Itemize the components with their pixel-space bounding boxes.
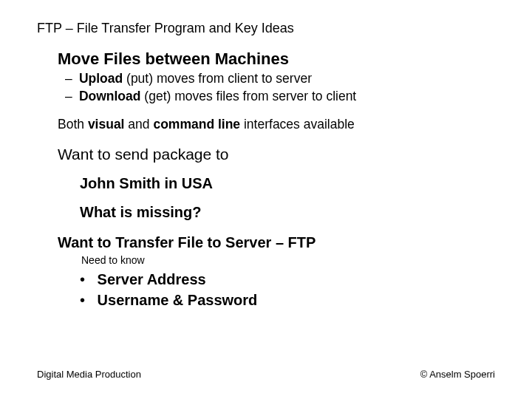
bullet-username-password-text: Username & Password	[98, 292, 258, 308]
bullet-icon: •	[80, 290, 93, 310]
sub-download: – Download (get) moves files from server…	[65, 88, 495, 106]
footer-right: © Anselm Spoerri	[420, 369, 495, 380]
both-p2: and	[125, 117, 154, 132]
slide-title: FTP – File Transfer Program and Key Idea…	[37, 21, 495, 36]
bullet-server-address: • Server Address	[80, 269, 495, 290]
footer: Digital Media Production © Anselm Spoerr…	[37, 369, 495, 380]
heading-move-files: Move Files between Machines	[58, 50, 495, 69]
what-missing-line: What is missing?	[80, 204, 495, 221]
footer-left: Digital Media Production	[37, 369, 141, 380]
both-p3: interfaces available	[240, 117, 355, 132]
bullet-username-password: • Username & Password	[80, 290, 495, 310]
sub-download-bold: Download	[79, 89, 141, 103]
need-to-know: Need to know	[81, 254, 495, 266]
bullet-server-address-text: Server Address	[98, 271, 206, 287]
want-transfer-line: Want to Transfer File to Server – FTP	[58, 234, 495, 251]
sub-upload-rest: (put) moves from client to server	[123, 71, 312, 86]
both-interfaces-line: Both visual and command line interfaces …	[58, 117, 495, 132]
john-smith-line: John Smith in USA	[80, 175, 495, 192]
sub-upload-bold: Upload	[79, 71, 123, 86]
sub-download-rest: (get) moves files from server to client	[140, 89, 356, 103]
both-visual: visual	[88, 117, 125, 132]
dash-icon: –	[65, 88, 75, 106]
bullet-icon: •	[80, 269, 93, 290]
sub-upload: – Upload (put) moves from client to serv…	[65, 70, 495, 88]
want-send-package: Want to send package to	[58, 146, 495, 163]
slide: FTP – File Transfer Program and Key Idea…	[0, 0, 532, 399]
both-cmdline: command line	[153, 117, 240, 132]
dash-icon: –	[65, 70, 75, 88]
both-p1: Both	[58, 117, 88, 132]
